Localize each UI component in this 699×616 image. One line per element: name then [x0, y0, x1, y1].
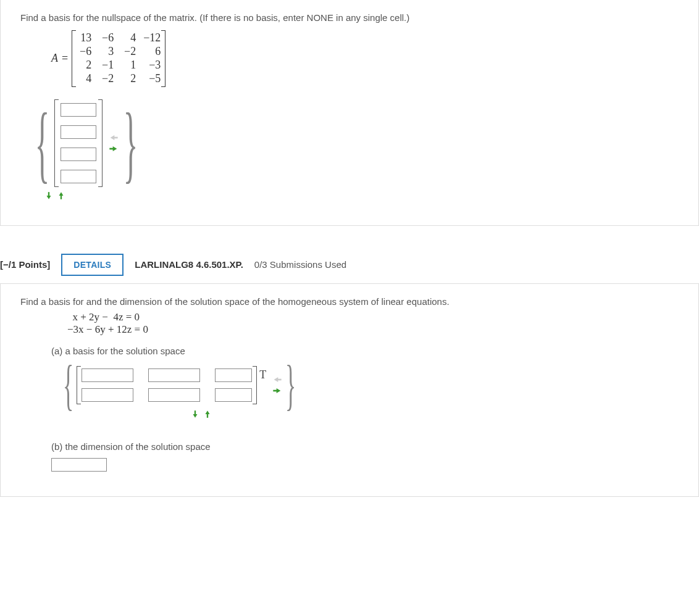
points-label: [−/1 Points] — [0, 259, 50, 270]
basis-cell-4[interactable] — [61, 170, 96, 183]
basis2-cell-r1c2[interactable] — [148, 368, 200, 382]
basis2-cell-r1c3[interactable] — [215, 368, 252, 382]
question-2-header: [−/1 Points] DETAILS LARLINALG8 4.6.501.… — [0, 226, 699, 284]
part-a-label: (a) a basis for the solution space — [1, 341, 698, 360]
row-add-remove — [33, 191, 698, 201]
basis-cell-1[interactable] — [61, 103, 96, 117]
left-brace-icon: { — [35, 113, 50, 173]
basis-vector-input — [54, 99, 103, 187]
question-1: Find a basis for the nullspace of the ma… — [0, 0, 699, 226]
matrix-lhs: A — [51, 52, 58, 65]
basis-cell-3[interactable] — [61, 148, 96, 161]
q1-prompt: Find a basis for the nullspace of the ma… — [1, 11, 698, 25]
eq-line-2: −3x − 6y + 12z = 0 — [67, 323, 148, 335]
arrow-left-icon — [109, 133, 119, 142]
matrix-cell: 3 — [99, 45, 114, 58]
add-row-button[interactable] — [44, 191, 54, 201]
matrix-cell: 4 — [121, 31, 136, 44]
matrix-A: 13−64−12−63−262−11−34−22−5 — [72, 30, 165, 87]
add-row-button[interactable] — [190, 409, 200, 419]
col-add-remove — [109, 133, 119, 154]
matrix-cell: −6 — [99, 31, 114, 44]
add-column-button[interactable] — [272, 386, 282, 396]
remove-column-button[interactable] — [272, 375, 282, 385]
svg-rect-7 — [207, 414, 208, 418]
matrix-cell: −3 — [143, 59, 161, 72]
question-2: Find a basis for and the dimension of th… — [0, 284, 699, 497]
arrow-up-icon — [203, 410, 212, 418]
details-button[interactable]: DETAILS — [61, 254, 123, 276]
add-column-button[interactable] — [109, 144, 119, 154]
arrow-down-icon — [44, 191, 54, 200]
q1-answer-area: { } — [1, 93, 698, 201]
part-b-label: (b) the dimension of the solution space — [1, 436, 698, 456]
basis2-cell-r2c2[interactable] — [148, 388, 200, 402]
basis-cell-2[interactable] — [61, 125, 96, 139]
remove-column-button[interactable] — [109, 133, 119, 143]
equation-system: x + 2y − 4z = 0 −3x − 6y + 12z = 0 — [1, 309, 698, 341]
matrix-cell: 2 — [77, 59, 91, 72]
arrow-right-icon — [272, 386, 282, 395]
matrix-cell: 2 — [121, 72, 136, 85]
right-brace-icon: } — [123, 113, 138, 173]
matrix-cell: 1 — [121, 59, 136, 72]
transpose-mark: T — [259, 368, 266, 381]
arrow-left-icon — [272, 375, 282, 384]
remove-row-button[interactable] — [56, 191, 66, 201]
matrix-cell: −12 — [143, 31, 161, 44]
dimension-input[interactable] — [51, 458, 107, 472]
submissions-used: 0/3 Submissions Used — [254, 259, 346, 270]
row-add-remove-2 — [62, 409, 248, 419]
svg-rect-1 — [110, 148, 114, 149]
remove-row-button[interactable] — [203, 409, 212, 419]
basis2-cell-r2c1[interactable] — [82, 388, 133, 402]
basis2-cell-r1c1[interactable] — [82, 368, 133, 382]
basis2-cell-r2c3[interactable] — [215, 388, 252, 402]
svg-rect-4 — [277, 379, 282, 381]
q2-prompt: Find a basis for and the dimension of th… — [1, 295, 698, 309]
matrix-cell: 13 — [77, 31, 91, 44]
col-add-remove-2 — [272, 375, 282, 396]
matrix-cell: −5 — [143, 72, 161, 85]
dimension-input-wrap — [1, 456, 698, 472]
right-brace-icon: } — [285, 368, 296, 402]
matrix-equation: A = 13−64−12−63−262−11−34−22−5 — [1, 25, 698, 93]
left-brace-icon: { — [63, 368, 73, 402]
svg-rect-2 — [48, 192, 49, 196]
matrix-cell: 6 — [143, 45, 161, 58]
svg-rect-0 — [114, 136, 118, 138]
svg-rect-3 — [61, 194, 62, 199]
matrix-cell: −2 — [99, 72, 114, 85]
arrow-up-icon — [56, 191, 66, 200]
matrix-cell: −2 — [121, 45, 136, 58]
matrix-cell: −1 — [99, 59, 114, 72]
equals-sign: = — [62, 52, 68, 65]
q2a-answer-area: { T — [1, 360, 698, 419]
arrow-down-icon — [190, 410, 200, 418]
svg-rect-6 — [195, 410, 196, 415]
matrix-cell: 4 — [77, 72, 91, 85]
question-code: LARLINALG8 4.6.501.XP. — [135, 259, 243, 270]
matrix-cell: −6 — [77, 45, 91, 58]
basis-matrix-input — [77, 366, 257, 404]
arrow-right-icon — [109, 144, 119, 153]
svg-rect-5 — [274, 390, 278, 392]
eq-line-1: x + 2y − 4z = 0 — [67, 311, 140, 323]
